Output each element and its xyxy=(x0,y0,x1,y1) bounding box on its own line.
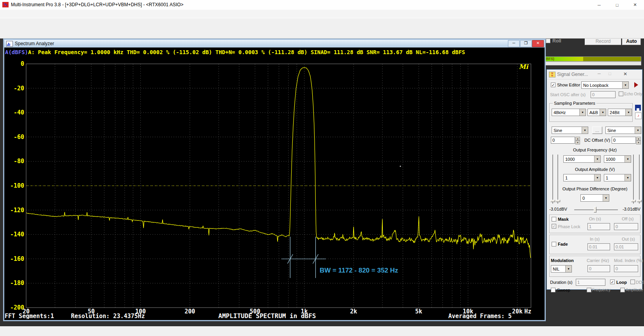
amplitude-a-combo[interactable]: 1 xyxy=(563,174,601,181)
chevron-down-icon[interactable] xyxy=(625,156,631,162)
chevron-down-icon[interactable] xyxy=(594,156,600,162)
chevron-down-icon[interactable] xyxy=(625,174,631,181)
svg-text:5k: 5k xyxy=(415,308,422,315)
frequency-a-combo[interactable]: 1000 xyxy=(563,155,601,163)
svg-text:-160: -160 xyxy=(10,255,24,262)
echo-only-checkbox xyxy=(619,91,623,96)
close-icon[interactable]: ✕ xyxy=(532,40,544,47)
chevron-down-icon[interactable] xyxy=(625,109,632,116)
duration-label: Duration (s) xyxy=(550,280,572,285)
balance-slider-handle[interactable] xyxy=(594,207,596,213)
measurement-readout: A: Peak Frequency= 1.0000 kHz THD= 0.000… xyxy=(28,49,465,55)
fade-checkbox[interactable] xyxy=(552,242,556,246)
carrier-label: Carrier (Hz) xyxy=(587,258,609,263)
siggen-rate-combo[interactable]: 48kHz xyxy=(552,109,586,116)
more-button[interactable]: ... xyxy=(592,127,602,134)
svg-text:Resolution: 23.4375Hz: Resolution: 23.4375Hz xyxy=(71,313,145,319)
slider-handle[interactable] xyxy=(637,200,642,202)
amp-slider-track-a[interactable] xyxy=(557,155,559,204)
amplitude-b-combo[interactable]: 1 xyxy=(604,174,631,181)
waveform-b-combo[interactable]: Sine xyxy=(605,127,641,134)
bw-annotation-text: BW = 1172 - 820 = 352 Hz xyxy=(320,267,398,274)
minimize-icon[interactable]: ─ xyxy=(598,71,601,76)
svg-text:2k: 2k xyxy=(350,308,357,315)
svg-text:-140: -140 xyxy=(10,231,24,238)
restore-icon[interactable]: ❐ xyxy=(520,40,532,47)
minimize-icon[interactable]: ─ xyxy=(508,40,520,47)
maximize-icon[interactable]: □ xyxy=(608,0,626,10)
close-icon[interactable]: ✕ xyxy=(623,71,627,77)
close-icon[interactable]: ✕ xyxy=(626,0,644,10)
svg-text:0: 0 xyxy=(21,60,24,67)
carrier-input xyxy=(587,265,610,272)
modulation-type-combo[interactable]: NIL xyxy=(551,265,572,273)
phase-lock-checkbox xyxy=(552,224,556,229)
start-osc-label: Start OSC after (s) xyxy=(550,92,586,97)
fade-out-input xyxy=(614,243,638,250)
svg-text:-40: -40 xyxy=(14,109,24,116)
app-title: Multi-Instrument Pro 3.8 - [+3DP+DLG+LCR… xyxy=(11,2,184,7)
dc-offset-b-input[interactable] xyxy=(612,137,636,144)
fade-in-label: In (s) xyxy=(590,237,600,241)
svg-text:-60: -60 xyxy=(14,134,24,141)
mod-index-label: Mod. Index (%) xyxy=(614,258,643,263)
svg-text:-80: -80 xyxy=(14,158,24,165)
mod-index-input xyxy=(614,265,638,272)
svg-text:Mi: Mi xyxy=(519,63,529,70)
chevron-down-icon[interactable] xyxy=(579,109,586,116)
svg-text:AMPLITUDE SPECTRUM in dBFS: AMPLITUDE SPECTRUM in dBFS xyxy=(218,312,316,319)
frequency-b-combo[interactable]: 1000 xyxy=(604,155,631,163)
fade-in-input xyxy=(587,243,610,250)
sweep-frequency-label: Frequency xyxy=(592,288,610,292)
dc-offset-a-input[interactable] xyxy=(551,137,575,144)
slider-handle[interactable] xyxy=(631,200,636,202)
show-editor-checkbox[interactable] xyxy=(551,83,556,87)
menubar: File Setting Instrument Window Help xyxy=(0,10,644,18)
svg-text:200: 200 xyxy=(184,308,195,315)
dds-checkbox xyxy=(630,280,635,284)
loop-checkbox[interactable] xyxy=(610,280,615,284)
phase-combo[interactable]: 0 xyxy=(580,194,609,202)
loopback-combo[interactable]: No Loopback xyxy=(581,81,629,89)
signal-generator-icon: ≈≈ xyxy=(549,72,556,77)
siggen-play-icon[interactable] xyxy=(634,82,638,88)
sweep-checkbox[interactable] xyxy=(551,288,556,292)
spectrum-chart-area: A(dBFS)A: Peak Frequency= 1.0000 kHz THD… xyxy=(4,47,545,320)
slider-handle[interactable] xyxy=(550,200,555,202)
output-amplitude-label: Output Amplitude (V) xyxy=(547,167,643,172)
sweep-label: Sweep xyxy=(557,288,570,292)
chevron-down-icon[interactable] xyxy=(582,127,588,134)
spectrum-window-titlebar[interactable]: Spectrum Analyzer ─ ❐ ✕ xyxy=(4,40,545,47)
show-editor-label: Show Editor xyxy=(557,83,580,87)
siggen-channels-combo[interactable]: A&B xyxy=(587,109,606,116)
cursor-dot xyxy=(400,166,401,167)
siggen-titlebar[interactable]: ≈≈ Signal Gener... ─ □ ✕ xyxy=(547,70,642,79)
chevron-down-icon[interactable] xyxy=(600,109,606,116)
minimize-icon[interactable]: ─ xyxy=(590,0,608,10)
freq-slider-track-a[interactable] xyxy=(552,155,554,204)
amp-slider-track-b[interactable] xyxy=(639,155,640,204)
siggen-bits-combo[interactable]: 24Bit xyxy=(608,109,632,116)
chevron-down-icon[interactable] xyxy=(635,127,641,134)
edit-data-icon[interactable]: ♪ xyxy=(635,113,642,119)
save-icon[interactable] xyxy=(635,105,641,111)
mask-label: Mask xyxy=(558,217,569,222)
spectrum-status-line: A(dBFS)A: Peak Frequency= 1.0000 kHz THD… xyxy=(5,49,465,55)
chevron-down-icon[interactable] xyxy=(622,82,628,88)
freq-slider-track-b[interactable] xyxy=(633,155,634,204)
output-phase-label: Output Phase Difference (Degree) xyxy=(547,186,643,191)
signal-generator-window: ≈≈ Signal Gener... ─ □ ✕ Show Editor No … xyxy=(547,69,642,290)
spinner-icon[interactable]: ▲ ▼ xyxy=(636,137,641,144)
mask-on-input xyxy=(587,223,610,230)
toolbar-analysis: F Auto X1 A -200dB Off M Amplitude Spect… xyxy=(0,326,644,336)
phase-lock-label: Phase Lock xyxy=(558,224,580,229)
duration-input xyxy=(576,279,605,286)
mask-checkbox[interactable] xyxy=(552,217,556,222)
chevron-down-icon[interactable] xyxy=(594,174,600,181)
spectrum-plot[interactable]: 0-20-40-60-80-100-120-140-160-180-200205… xyxy=(4,57,545,319)
chevron-down-icon[interactable] xyxy=(603,195,609,201)
waveform-a-combo[interactable]: Sine xyxy=(552,127,588,134)
spinner-icon[interactable]: ▲ ▼ xyxy=(575,137,580,144)
chevron-down-icon[interactable] xyxy=(565,266,571,272)
slider-handle[interactable] xyxy=(556,200,560,202)
